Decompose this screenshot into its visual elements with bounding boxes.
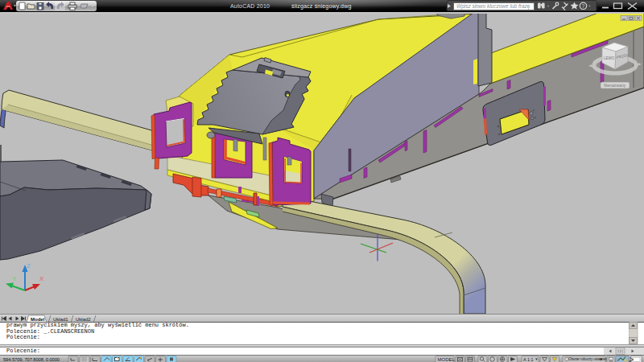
- svg-text:LEWO: LEWO: [604, 56, 615, 60]
- svg-text:X: X: [39, 275, 44, 282]
- svg-text:Układ1: Układ1: [53, 317, 68, 322]
- svg-text:Z: Z: [27, 262, 31, 269]
- svg-text:Nienazwany: Nienazwany: [604, 83, 626, 88]
- svg-text:Układ2: Układ2: [76, 317, 91, 322]
- svg-text:Y: Y: [12, 275, 17, 282]
- svg-text:Model: Model: [31, 317, 45, 322]
- svg-text:MODEL: MODEL: [438, 357, 456, 362]
- svg-text:594.5709, 707.8008, 0.0000: 594.5709, 707.8008, 0.0000: [3, 357, 60, 362]
- svg-text:A 1:1: A 1:1: [523, 357, 534, 362]
- svg-text:?: ?: [582, 3, 585, 9]
